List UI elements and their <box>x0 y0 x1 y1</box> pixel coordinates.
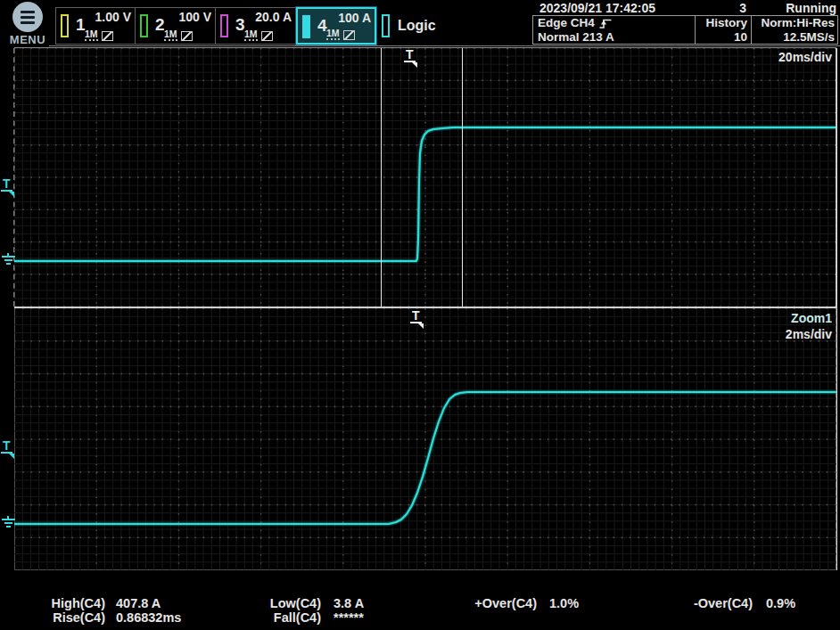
zoom-window-label: Zoom1 <box>791 311 832 325</box>
channel-4-scale: 100 A <box>338 11 371 25</box>
channel-2-button[interactable]: 2 100 V 1M <box>136 7 216 45</box>
channel-1-scale: 1.00 V <box>95 10 131 24</box>
probe-icon <box>102 31 113 41</box>
channel-4-number: 4 <box>317 16 327 36</box>
menu-button[interactable]: MENU <box>5 2 50 46</box>
measure-low-label: Low(C4) <box>246 596 321 610</box>
channel-2-impedance: 1M <box>164 29 177 41</box>
trigger-info-box: Edge CH4 Normal 213 A History 10 Norm:Hi… <box>532 15 838 45</box>
zoom-region-left-line[interactable] <box>381 48 382 307</box>
ch4-trigger-level-marker[interactable]: T <box>1 178 14 197</box>
trigger-level: Normal 213 A <box>538 30 695 45</box>
measure-high-value: 407.8 A <box>116 596 161 610</box>
hamburger-menu-icon <box>12 2 43 32</box>
logic-label: Logic <box>398 18 436 34</box>
channel-3-number: 3 <box>235 15 245 35</box>
measure-low-value: 3.8 A <box>334 596 364 610</box>
ch4-trigger-level-marker-zoom[interactable]: T <box>1 440 14 459</box>
channel-4-color-chip <box>302 15 310 38</box>
channel-2-color-chip <box>140 14 148 37</box>
channel-4-button[interactable]: 4 100 A 1M <box>296 7 376 45</box>
history-label: History <box>696 16 747 30</box>
channel-1-number: 1 <box>76 15 86 35</box>
ch4-ground-marker-zoom[interactable] <box>1 516 16 528</box>
measure-rise-value: 0.86832ms <box>116 610 181 625</box>
menu-label: MENU <box>5 33 50 46</box>
zoom-region-right-line[interactable] <box>462 48 463 307</box>
datetime: 2023/09/21 17:42:05 <box>539 1 655 15</box>
logic-button[interactable]: Logic <box>382 7 436 45</box>
zoom-waveform-window: Zoom1 2ms/div <box>14 308 836 570</box>
measure-fall-value: ****** <box>334 610 364 625</box>
ch4-ground-marker-main[interactable] <box>1 253 16 265</box>
acquisition-count: 3 <box>739 1 746 15</box>
measure-rise-label: Rise(C4) <box>32 610 105 625</box>
acquisition-mode: Norm:Hi-Res <box>752 16 835 30</box>
measure-nover-value: 0.9% <box>766 596 795 610</box>
channel-2-number: 2 <box>155 15 165 35</box>
channel-1-impedance: 1M <box>85 29 98 41</box>
measure-nover-label: -Over(C4) <box>667 596 753 610</box>
rising-edge-icon <box>599 17 612 29</box>
ch4-zoom-waveform <box>14 308 836 570</box>
topbar-divider <box>49 45 840 46</box>
measure-pover-value: 1.0% <box>549 596 579 610</box>
main-timebase: 20ms/div <box>778 50 832 64</box>
channel-3-scale: 20.0 A <box>255 10 292 24</box>
probe-icon <box>343 30 355 40</box>
sample-rate: 12.5MS/s <box>752 30 835 45</box>
channel-2-scale: 100 V <box>178 10 211 24</box>
channel-4-impedance: 1M <box>326 29 340 40</box>
acquisition-cell[interactable]: Norm:Hi-Res 12.5MS/s <box>751 16 837 44</box>
logic-color-chip <box>382 14 390 37</box>
ch4-main-waveform <box>14 48 836 307</box>
trigger-mode: Edge CH4 <box>538 16 595 30</box>
history-value: 10 <box>696 30 747 45</box>
channel-3-impedance: 1M <box>244 29 258 41</box>
run-state: Running <box>786 1 836 15</box>
history-cell[interactable]: History 10 <box>695 16 751 44</box>
trigger-settings[interactable]: Edge CH4 Normal 213 A <box>533 16 695 44</box>
zoom-trigger-position-marker[interactable]: T <box>410 310 424 329</box>
channel-bar: 1 1.00 V 1M 2 100 V 1M 3 20.0 A 1M 4 100… <box>55 7 376 45</box>
channel-3-button[interactable]: 3 20.0 A 1M <box>216 7 296 45</box>
channel-3-color-chip <box>220 14 228 37</box>
measure-pover-label: +Over(C4) <box>457 596 537 610</box>
trigger-position-marker[interactable]: T <box>404 49 417 68</box>
main-waveform-window: 20ms/div <box>14 48 836 307</box>
channel-1-color-chip <box>61 14 69 37</box>
measure-high-label: High(C4) <box>32 596 105 610</box>
measure-fall-label: Fall(C4) <box>246 610 321 625</box>
probe-icon <box>261 31 273 41</box>
probe-icon <box>181 31 193 41</box>
zoom-timebase: 2ms/div <box>786 327 832 341</box>
status-row: 2023/09/21 17:42:05 3 Running <box>532 1 838 15</box>
channel-1-button[interactable]: 1 1.00 V 1M <box>55 7 136 45</box>
